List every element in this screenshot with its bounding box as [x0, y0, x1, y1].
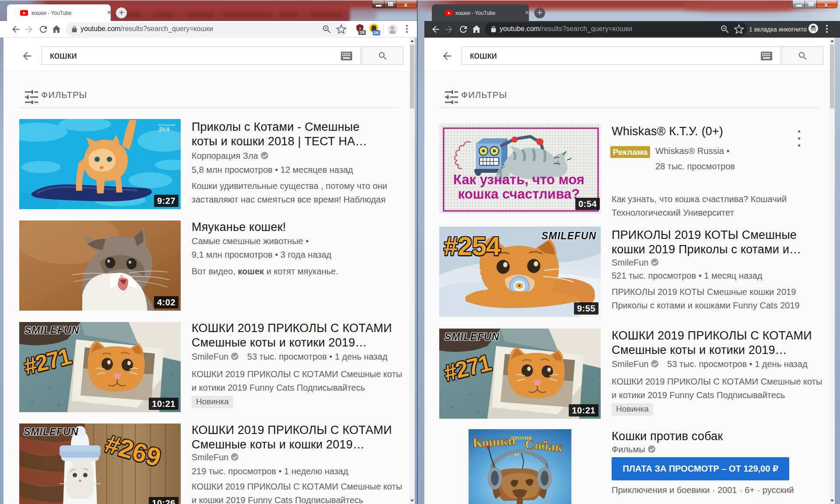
svg-text:Кошки: Кошки — [472, 432, 516, 451]
svg-text:ЗVА: ЗVА — [158, 126, 170, 133]
svg-text:ПРОТИВ: ПРОТИВ — [511, 435, 532, 441]
svg-text:Корпорация: Корпорация — [158, 123, 175, 127]
svg-text:кошка счастлива?: кошка счастлива? — [458, 186, 580, 202]
svg-text:Как узнать, что моя: Как узнать, что моя — [453, 172, 584, 187]
